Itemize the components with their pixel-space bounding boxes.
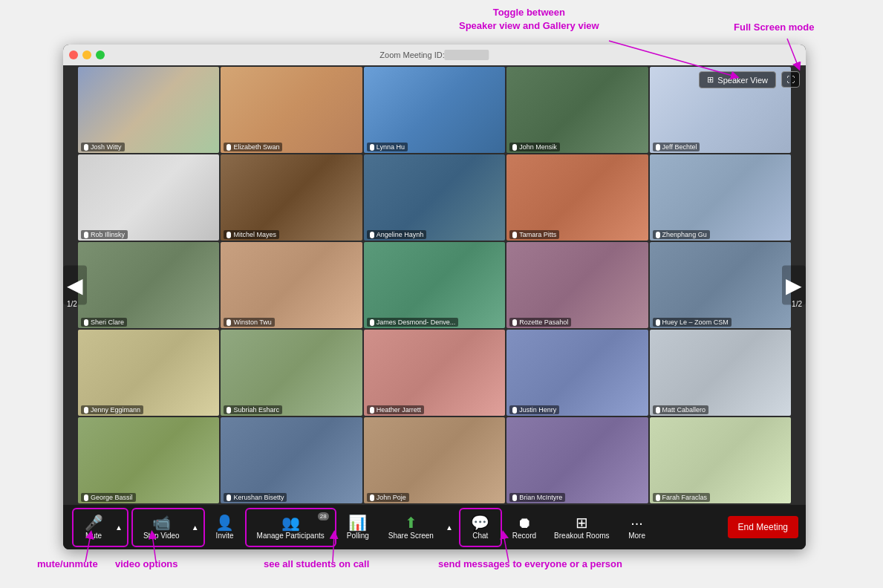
microphone-icon: 🎤 <box>85 515 103 530</box>
video-grid: Josh Witty Elizabeth Swan Lynna Hu <box>63 65 806 505</box>
mute-group: 🎤 Mute ▲ <box>72 508 128 547</box>
toggle-annotation: Toggle between Speaker view and Gallery … <box>459 6 599 33</box>
video-cell-25: Farah Faraclas <box>650 417 791 503</box>
page-indicator-right: 1/2 <box>792 300 802 308</box>
video-cell-3: Lynna Hu <box>364 67 505 153</box>
participant-name-20: Matt Caballero <box>653 405 709 414</box>
video-cell-11: Sheri Clare <box>78 242 219 328</box>
participant-name-8: Angeline Haynh <box>367 230 427 239</box>
video-cell-24: Brian McIntyre <box>506 417 648 503</box>
traffic-lights <box>69 50 105 59</box>
close-button[interactable] <box>69 50 78 59</box>
participants-group: 👥 28 Manage Participants <box>245 508 336 547</box>
maximize-button[interactable] <box>96 50 105 59</box>
share-screen-button[interactable]: ⬆ Share Screen <box>379 511 443 544</box>
invite-icon: 👤 <box>215 515 234 530</box>
speaker-view-button[interactable]: ⊞ Speaker View <box>699 71 776 88</box>
participant-name-6: Rob Illinsky <box>81 230 128 239</box>
participant-name-16: Jenny Eggimann <box>81 405 143 414</box>
page-indicator-left: 1/2 <box>67 300 77 308</box>
video-cell-15: Huey Le – Zoom CSM <box>650 242 791 328</box>
toolbar: 🎤 Mute ▲ 📹 Stop Video ▲ 👤 Invite 👥 28 Ma… <box>63 505 806 549</box>
participant-name-15: Huey Le – Zoom CSM <box>653 318 732 327</box>
participant-name-10: Zhenphang Gu <box>653 230 710 239</box>
video-cell-9: Tamara Pitts <box>506 154 648 241</box>
participant-name-13: James Desmond- Denve... <box>367 318 459 327</box>
chat-icon: 💬 <box>471 515 489 530</box>
camera-icon: 📹 <box>152 515 171 530</box>
video-cell-23: John Poje <box>364 417 505 503</box>
polling-button[interactable]: 📊 Polling <box>338 511 378 544</box>
title-bar: Zoom Meeting ID: <box>63 45 806 65</box>
video-cell-13: James Desmond- Denve... <box>364 242 505 328</box>
video-cell-7: Mitchel Mayes <box>221 154 362 241</box>
more-icon: ··· <box>631 515 643 530</box>
share-chevron-button[interactable]: ▲ <box>443 523 456 532</box>
video-cell-12: Winston Twu <box>221 242 362 328</box>
participant-name-19: Justin Henry <box>509 405 559 414</box>
participant-name-11: Sheri Clare <box>81 318 127 327</box>
participant-count-badge: 28 <box>318 512 329 520</box>
more-button[interactable]: ··· More <box>619 511 656 544</box>
participant-name-1: Josh Witty <box>81 143 125 151</box>
fullscreen-annotation: Full Screen mode <box>734 22 814 33</box>
polling-icon: 📊 <box>348 515 367 530</box>
end-meeting-button[interactable]: End Meeting <box>728 516 798 538</box>
breakout-rooms-button[interactable]: ⊞ Breakout Rooms <box>545 511 618 544</box>
participant-name-25: Farah Faraclas <box>653 493 711 502</box>
video-cell-22: Kerushan Bisetty <box>221 417 362 503</box>
participant-name-22: Kerushan Bisetty <box>224 493 287 502</box>
zoom-window: Zoom Meeting ID: ⊞ Speaker View ⛶ ◀ 1/2 … <box>63 45 806 549</box>
prev-page-button[interactable]: ◀ <box>63 266 87 305</box>
manage-participants-button[interactable]: 👥 28 Manage Participants <box>248 511 333 544</box>
mute-annotation: mute/unmute <box>37 558 98 569</box>
video-area: ⊞ Speaker View ⛶ ◀ 1/2 ▶ 1/2 Josh Witty <box>63 65 806 505</box>
participant-name-14: Rozette Pasahol <box>509 318 571 327</box>
participant-name-17: Subriah Esharc <box>224 405 282 414</box>
participant-name-7: Mitchel Mayes <box>224 230 279 239</box>
video-cell-14: Rozette Pasahol <box>506 242 648 328</box>
participant-name-21: George Bassil <box>81 493 136 502</box>
record-icon: ⏺ <box>517 515 532 530</box>
video-cell-6: Rob Illinsky <box>78 154 219 241</box>
participant-name-5: Jeff Bechtel <box>653 143 700 151</box>
video-cell-17: Subriah Esharc <box>221 330 362 416</box>
video-cell-19: Justin Henry <box>506 330 648 416</box>
video-cell-18: Heather Jarrett <box>364 330 505 416</box>
participant-name-3: Lynna Hu <box>367 143 408 151</box>
video-cell-16: Jenny Eggimann <box>78 330 219 416</box>
chat-button[interactable]: 💬 Chat <box>462 511 499 544</box>
chat-group: 💬 Chat <box>459 508 502 547</box>
breakout-icon: ⊞ <box>576 515 588 530</box>
video-cell-21: George Bassil <box>78 417 219 503</box>
share-screen-group: ⬆ Share Screen ▲ <box>379 511 456 544</box>
fullscreen-button[interactable]: ⛶ <box>781 71 800 88</box>
mute-button[interactable]: 🎤 Mute <box>75 511 112 544</box>
participant-name-4: John Mensik <box>509 143 560 151</box>
window-title: Zoom Meeting ID: <box>379 50 489 59</box>
video-cell-2: Elizabeth Swan <box>221 67 362 153</box>
video-cell-1: Josh Witty <box>78 67 219 153</box>
invite-button[interactable]: 👤 Invite <box>206 511 244 544</box>
stop-video-button[interactable]: 📹 Stop Video <box>134 511 189 544</box>
record-button[interactable]: ⏺ Record <box>504 511 545 544</box>
participant-name-18: Heather Jarrett <box>367 405 424 414</box>
video-cell-8: Angeline Haynh <box>364 154 505 241</box>
participant-name-23: John Poje <box>367 493 409 502</box>
participant-name-2: Elizabeth Swan <box>224 143 282 151</box>
video-group: 📹 Stop Video ▲ <box>131 508 205 547</box>
video-cell-10: Zhenphang Gu <box>650 154 791 241</box>
participant-name-24: Brian McIntyre <box>509 493 565 502</box>
participant-name-9: Tamara Pitts <box>509 230 559 239</box>
video-cell-20: Matt Caballero <box>650 330 791 416</box>
chat-annotation: send messages to everyone or a person <box>438 558 622 569</box>
grid-icon: ⊞ <box>707 75 714 85</box>
video-annotation: video options <box>115 558 178 569</box>
minimize-button[interactable] <box>82 50 91 59</box>
share-screen-icon: ⬆ <box>405 515 417 530</box>
mute-chevron-button[interactable]: ▲ <box>112 523 126 532</box>
participants-icon: 👥 <box>281 515 300 530</box>
video-chevron-button[interactable]: ▲ <box>189 523 202 532</box>
next-page-button[interactable]: ▶ <box>782 266 806 305</box>
participant-name-12: Winston Twu <box>224 318 274 327</box>
